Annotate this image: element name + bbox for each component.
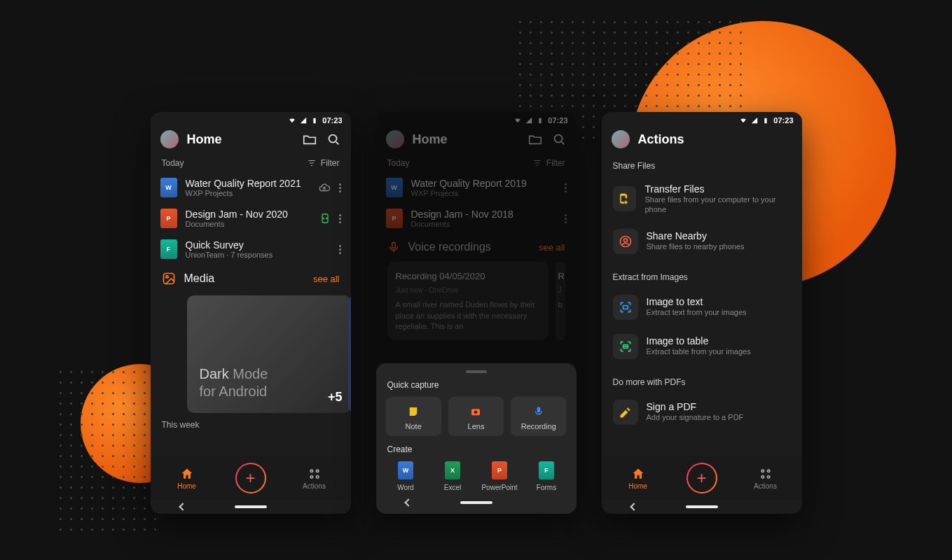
- signal-icon: [751, 117, 758, 124]
- screen-actions: 07:23 Actions Share Files Transfer Files…: [602, 112, 802, 514]
- action-title: Image to table: [647, 335, 751, 346]
- scan-table-icon: [613, 334, 638, 359]
- filter-label[interactable]: Filter: [321, 158, 340, 168]
- see-all-link[interactable]: see all: [539, 242, 565, 253]
- nav-actions[interactable]: Actions: [290, 467, 339, 490]
- nav-home[interactable]: Home: [614, 467, 663, 490]
- status-bar: 07:23: [602, 112, 802, 126]
- file-subtitle: WXP Projects: [411, 189, 548, 197]
- bottom-nav: Home + Actions: [602, 456, 802, 500]
- back-icon[interactable]: [179, 503, 186, 510]
- create-label: Word: [397, 484, 414, 491]
- sheet-grabber[interactable]: [466, 370, 487, 373]
- file-row[interactable]: W Water Quality Report 2019 WXP Projects: [376, 172, 577, 203]
- fab-create[interactable]: +: [235, 463, 266, 493]
- recording-sub: Just now · OneDrive: [396, 286, 540, 295]
- svg-point-23: [767, 475, 769, 477]
- svg-point-21: [767, 470, 769, 472]
- create-ppt[interactable]: P PowerPoint: [480, 461, 520, 491]
- media-card-peek[interactable]: [348, 295, 351, 413]
- app-header: Home: [151, 126, 351, 155]
- page-title: Actions: [638, 132, 792, 147]
- create-label: Excel: [444, 484, 461, 491]
- search-icon[interactable]: [551, 132, 567, 147]
- media-plus-count: +5: [328, 390, 343, 405]
- quick-capture-label: Quick capture: [387, 380, 565, 390]
- status-time: 07:23: [322, 116, 342, 125]
- this-week-label: This week: [151, 413, 351, 430]
- word-icon: W: [386, 178, 403, 197]
- quick-capture-recording[interactable]: Recording: [511, 397, 566, 436]
- home-pill-icon[interactable]: [235, 505, 267, 508]
- svg-rect-11: [392, 242, 395, 248]
- word-icon: W: [160, 178, 177, 197]
- action-row[interactable]: Transfer Files Share files from your com…: [602, 176, 802, 222]
- grid-icon: [759, 467, 773, 481]
- search-icon[interactable]: [326, 132, 341, 147]
- android-nav-bar: [386, 496, 567, 510]
- home-pill-icon[interactable]: [686, 505, 718, 508]
- filter-icon[interactable]: [532, 158, 542, 168]
- filter-label[interactable]: Filter: [546, 158, 565, 168]
- nav-actions-label: Actions: [754, 482, 777, 490]
- nav-actions-label: Actions: [303, 482, 326, 490]
- more-icon[interactable]: [565, 183, 567, 192]
- transfer-icon: [613, 186, 637, 211]
- action-row[interactable]: Share Nearby Share files to nearby phone…: [602, 222, 802, 261]
- create-sheet: Quick capture Note Lens Recording Create…: [376, 363, 577, 514]
- file-row[interactable]: F Quick Survey UnionTeam · 7 responses: [151, 234, 351, 265]
- create-excel[interactable]: X Excel: [433, 461, 473, 491]
- back-icon[interactable]: [404, 498, 412, 506]
- more-icon[interactable]: [339, 245, 341, 254]
- plus-icon: +: [688, 464, 716, 492]
- action-row[interactable]: Sign a PDF Add your signature to a PDF: [602, 393, 802, 432]
- file-row[interactable]: P Design Jam - Nov 2018 Documents: [376, 203, 577, 234]
- home-pill-icon[interactable]: [460, 501, 492, 504]
- create-word[interactable]: W Word: [386, 461, 426, 491]
- media-card[interactable]: Dark Mode for Android +5: [187, 295, 351, 413]
- action-subtitle: Add your signature to a PDF: [647, 412, 744, 422]
- file-row[interactable]: W Water Quality Report 2021 WXP Projects: [151, 172, 351, 203]
- action-row[interactable]: Image to text Extract text from your ima…: [602, 288, 802, 327]
- see-all-link[interactable]: see all: [313, 274, 340, 284]
- create-forms[interactable]: F Forms: [527, 461, 567, 491]
- more-icon[interactable]: [339, 183, 341, 192]
- file-status-icon: [318, 181, 331, 194]
- more-icon[interactable]: [565, 214, 567, 223]
- nav-home[interactable]: Home: [163, 467, 212, 490]
- home-icon: [631, 467, 645, 481]
- file-title: Design Jam - Nov 2020: [186, 209, 311, 220]
- recording-card[interactable]: Recording 04/05/2020 Just now · OneDrive…: [387, 262, 549, 340]
- recording-card-peek[interactable]: R J b: [556, 262, 565, 340]
- quick-capture-lens[interactable]: Lens: [448, 397, 504, 436]
- folder-icon[interactable]: [302, 132, 317, 147]
- action-title: Image to text: [647, 296, 747, 307]
- folder-icon[interactable]: [527, 132, 543, 147]
- screen-home: 07:23 Home Today Filter W Water Quality …: [151, 112, 351, 514]
- battery-icon: [537, 117, 544, 124]
- create-label: Forms: [537, 484, 556, 491]
- avatar[interactable]: [160, 130, 179, 148]
- file-row[interactable]: P Design Jam - Nov 2020 Documents: [151, 203, 351, 234]
- quick-capture-label: Lens: [468, 422, 485, 430]
- more-icon[interactable]: [339, 214, 341, 223]
- svg-point-13: [474, 411, 478, 414]
- excel-icon: X: [445, 461, 460, 479]
- quick-capture-label: Note: [406, 422, 422, 430]
- filter-icon[interactable]: [307, 158, 317, 168]
- action-row[interactable]: Image to table Extract table from your i…: [602, 327, 802, 366]
- wifi-icon: [514, 117, 521, 124]
- quick-capture-note[interactable]: Note: [386, 397, 441, 436]
- today-row: Today Filter: [376, 155, 577, 172]
- fab-create[interactable]: +: [687, 463, 717, 493]
- avatar[interactable]: [612, 130, 630, 148]
- file-status-icon: [319, 213, 331, 224]
- screen-home-dimmed: 07:23 Home Today Filter W Water Quality …: [376, 112, 577, 514]
- back-icon[interactable]: [630, 503, 637, 510]
- media-label: Media: [184, 272, 305, 285]
- action-title: Share Nearby: [647, 230, 745, 241]
- today-row: Today Filter: [151, 155, 351, 172]
- file-subtitle: Documents: [411, 220, 548, 228]
- nav-actions[interactable]: Actions: [741, 467, 790, 490]
- avatar[interactable]: [386, 130, 404, 148]
